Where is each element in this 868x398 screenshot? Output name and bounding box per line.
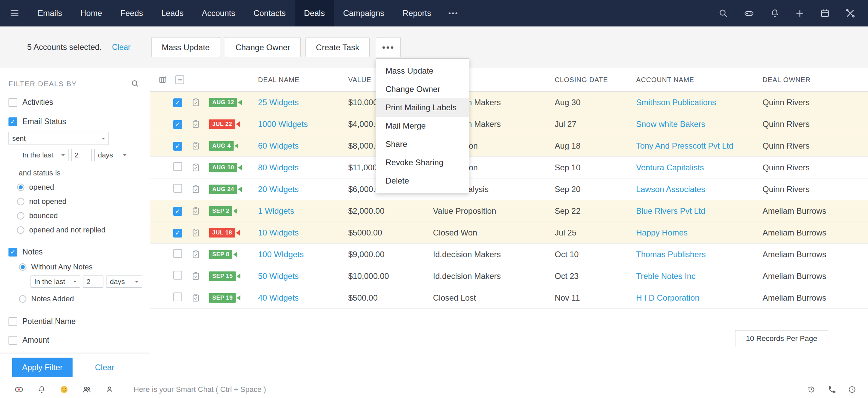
account-name-link[interactable]: Snow white Bakers <box>636 119 763 129</box>
quick-add-plus-icon[interactable] <box>795 8 805 18</box>
task-icon[interactable] <box>191 293 200 302</box>
filter-clear-link[interactable]: Clear <box>95 363 114 372</box>
smart-assist-eye-icon[interactable] <box>14 385 24 394</box>
col-header-deal-owner[interactable]: DEAL OWNER <box>763 76 868 84</box>
activities-checkbox[interactable] <box>8 98 17 107</box>
menu-item-delete[interactable]: Delete <box>376 172 469 190</box>
customize-columns-icon[interactable] <box>158 75 168 84</box>
table-row[interactable]: AUG 12 25 Widgets $10,000.00 Id.decision… <box>150 92 868 113</box>
task-icon[interactable] <box>191 141 200 150</box>
notes-days-unit-select[interactable]: days <box>106 276 142 288</box>
status-opened-not-replied-radio[interactable] <box>17 226 24 234</box>
menu-item-mail-merge[interactable]: Mail Merge <box>376 117 469 135</box>
status-bounced-radio[interactable] <box>17 212 24 220</box>
nav-item-emails[interactable]: Emails <box>28 0 71 26</box>
task-icon[interactable] <box>191 98 200 107</box>
without-any-notes-radio[interactable] <box>19 263 26 271</box>
email-status-checkbox[interactable] <box>8 117 17 126</box>
email-days-unit-select[interactable]: days <box>94 149 130 161</box>
account-name-link[interactable]: H I D Corporation <box>636 293 763 303</box>
row-checkbox[interactable] <box>173 98 182 107</box>
col-header-account-name[interactable]: ACCOUNT NAME <box>636 76 763 84</box>
apply-filter-button[interactable]: Apply Filter <box>12 358 73 377</box>
account-name-link[interactable]: Happy Homes <box>636 228 763 238</box>
notifications-bell-icon[interactable] <box>37 385 46 394</box>
deal-name-link[interactable]: 40 Widgets <box>258 293 348 303</box>
nav-more-icon[interactable]: ••• <box>440 0 467 26</box>
history-icon[interactable] <box>807 385 816 394</box>
select-all-checkbox[interactable] <box>175 75 184 84</box>
nav-item-campaigns[interactable]: Campaigns <box>334 0 393 26</box>
task-icon[interactable] <box>191 250 200 259</box>
task-icon[interactable] <box>191 163 200 172</box>
create-task-button[interactable]: Create Task <box>305 37 370 57</box>
menu-item-mass-update[interactable]: Mass Update <box>376 62 469 80</box>
row-checkbox[interactable] <box>173 184 182 193</box>
search-icon[interactable] <box>718 8 728 18</box>
game-controller-icon[interactable] <box>743 8 755 18</box>
notes-in-the-last-select[interactable]: In the last <box>31 276 80 288</box>
notes-checkbox[interactable] <box>8 248 17 257</box>
status-opened-radio[interactable] <box>17 184 24 191</box>
row-checkbox[interactable] <box>173 271 182 280</box>
phone-icon[interactable] <box>827 385 836 394</box>
deal-name-link[interactable]: 20 Widgets <box>258 185 348 194</box>
account-name-link[interactable]: Smithson Publications <box>636 98 763 107</box>
records-per-page[interactable]: 10 Records Per Page <box>735 330 828 347</box>
nav-item-contacts[interactable]: Contacts <box>244 0 295 26</box>
menu-item-change-owner[interactable]: Change Owner <box>376 80 469 98</box>
deal-name-link[interactable]: 1 Widgets <box>258 206 348 216</box>
notifications-bell-icon[interactable] <box>770 8 780 18</box>
row-checkbox[interactable] <box>173 207 182 216</box>
row-checkbox[interactable] <box>173 292 182 301</box>
task-icon[interactable] <box>191 206 200 215</box>
nav-item-accounts[interactable]: Accounts <box>193 0 244 26</box>
account-name-link[interactable]: Thomas Publishers <box>636 250 763 259</box>
email-status-select[interactable]: sent <box>8 132 109 145</box>
change-owner-button[interactable]: Change Owner <box>225 37 300 57</box>
col-header-closing-date[interactable]: CLOSING DATE <box>555 76 636 84</box>
account-name-link[interactable]: Tony And Presscott Pvt Ltd <box>636 141 763 151</box>
email-days-count-input[interactable] <box>71 149 92 161</box>
mass-update-button[interactable]: Mass Update <box>151 37 220 57</box>
deal-name-link[interactable]: 50 Widgets <box>258 271 348 281</box>
col-header-deal-name[interactable]: DEAL NAME <box>258 76 348 84</box>
nav-item-reports[interactable]: Reports <box>393 0 440 26</box>
deal-name-link[interactable]: 60 Widgets <box>258 141 348 151</box>
nav-item-leads[interactable]: Leads <box>152 0 193 26</box>
smart-chat-input[interactable] <box>134 385 807 394</box>
account-name-link[interactable]: Lawson Associates <box>636 185 763 194</box>
account-name-link[interactable]: Blue Rivers Pvt Ltd <box>636 206 763 216</box>
calendar-icon[interactable] <box>820 8 830 18</box>
row-checkbox[interactable] <box>173 249 182 258</box>
task-icon[interactable] <box>191 271 200 281</box>
deal-name-link[interactable]: 100 WIdgets <box>258 250 348 259</box>
row-checkbox[interactable] <box>173 229 182 238</box>
notes-added-radio[interactable] <box>19 295 26 303</box>
table-row[interactable]: SEP 15 50 Widgets $10,000.00 Id.decision… <box>150 265 868 287</box>
menu-item-share[interactable]: Share <box>376 135 469 153</box>
table-row[interactable]: SEP 19 40 Widgets $500.00 Closed Lost No… <box>150 287 868 309</box>
clock-icon[interactable] <box>848 385 856 394</box>
row-checkbox[interactable] <box>173 162 182 171</box>
deal-name-link[interactable]: 1000 Widgets <box>258 119 348 129</box>
tools-icon[interactable] <box>845 8 856 19</box>
account-name-link[interactable]: Treble Notes Inc <box>636 271 763 281</box>
table-row[interactable]: JUL 18 10 Widgets $5000.00 Closed Won Ju… <box>150 222 868 244</box>
account-name-link[interactable]: Ventura Capitalists <box>636 163 763 172</box>
deal-name-link[interactable]: 25 Widgets <box>258 98 348 107</box>
menu-item-print-mailing-labels[interactable]: Print Mailing Labels <box>376 98 469 117</box>
table-row[interactable]: AUG 24 20 Widgets $6,000.00 Needs Analys… <box>150 178 868 200</box>
task-icon[interactable] <box>191 185 200 194</box>
notes-days-count-input[interactable] <box>83 276 103 288</box>
row-checkbox[interactable] <box>173 142 182 151</box>
users-group-icon[interactable] <box>82 385 92 394</box>
nav-item-feeds[interactable]: Feeds <box>111 0 152 26</box>
filter-search-icon[interactable] <box>131 79 140 88</box>
task-icon[interactable] <box>191 228 200 237</box>
deal-name-link[interactable]: 10 Widgets <box>258 228 348 238</box>
task-icon[interactable] <box>191 119 200 129</box>
status-not-opened-radio[interactable] <box>17 198 24 205</box>
more-actions-button[interactable]: ●●● <box>376 37 401 57</box>
nav-item-deals[interactable]: Deals <box>295 0 334 26</box>
